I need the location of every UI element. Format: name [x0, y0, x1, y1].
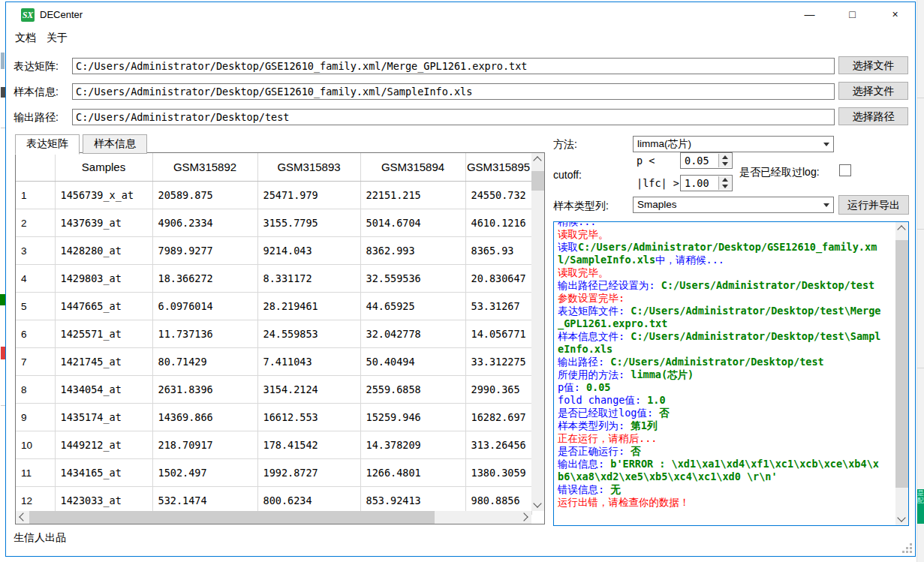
column-header[interactable]: GSM315892 [152, 153, 257, 182]
scroll-up-button[interactable] [895, 222, 908, 235]
table-cell[interactable]: 853.92413 [360, 487, 465, 515]
minimize-button[interactable]: — [793, 2, 826, 26]
table-cell[interactable]: 3155.7795 [257, 209, 360, 237]
table-row[interactable]: 11456739_x_at20589.87525471.97922151.215… [16, 182, 531, 209]
table-cell[interactable]: 9214.043 [257, 237, 360, 265]
row-number-cell[interactable]: 6 [16, 320, 55, 348]
table-cell[interactable]: 313.26456 [465, 431, 531, 459]
table-cell[interactable]: 1425571_at [55, 320, 152, 348]
table-row[interactable]: 41429803_at18.3662728.33117232.55953620.… [16, 265, 531, 293]
spin-down-icon[interactable] [722, 162, 728, 166]
table-row[interactable]: 91435174_at14369.86616612.55315259.94616… [16, 404, 531, 431]
table-cell[interactable]: 14369.866 [152, 404, 257, 431]
table-cell[interactable]: 22151.215 [360, 182, 465, 209]
select-file-button-1[interactable]: 选择文件 [838, 56, 908, 74]
column-header[interactable]: GSM315895 [465, 153, 531, 182]
table-cell[interactable]: 16282.697 [465, 404, 531, 431]
row-number-cell[interactable]: 12 [16, 487, 55, 515]
spinner-buttons[interactable] [718, 154, 731, 167]
table-horizontal-scrollbar[interactable] [16, 511, 531, 524]
table-cell[interactable]: 7989.9277 [152, 237, 257, 265]
row-number-cell[interactable]: 5 [16, 293, 55, 320]
row-number-cell[interactable]: 9 [16, 404, 55, 431]
table-cell[interactable]: 1434165_at [55, 459, 152, 487]
table-cell[interactable]: 14.378209 [360, 431, 465, 459]
table-cell[interactable]: 1434054_at [55, 376, 152, 404]
table-row[interactable]: 81434054_at2631.83963154.21242559.685829… [16, 376, 531, 404]
table-cell[interactable]: 800.6234 [257, 487, 360, 515]
table-cell[interactable]: 25471.979 [257, 182, 360, 209]
tab-expression-matrix[interactable]: 表达矩阵 [15, 134, 80, 155]
spin-up-icon[interactable] [722, 178, 728, 182]
lfc-value-spinner[interactable]: 1.00 [680, 175, 733, 191]
table-cell[interactable]: 4906.2334 [152, 209, 257, 237]
table-cell[interactable]: 1447665_at [55, 293, 152, 320]
table-cell[interactable]: 11.737136 [152, 320, 257, 348]
sample-info-path-input[interactable]: C:/Users/Administrator/Desktop/GSE12610_… [72, 83, 835, 100]
table-cell[interactable]: 44.65925 [360, 293, 465, 320]
table-cell[interactable]: 32.559536 [360, 265, 465, 293]
table-cell[interactable]: 8.331172 [257, 265, 360, 293]
scrollbar-thumb[interactable] [895, 240, 908, 488]
column-header[interactable] [16, 153, 55, 182]
table-cell[interactable]: 14.056771 [465, 320, 531, 348]
table-vertical-scrollbar[interactable] [531, 153, 544, 511]
table-cell[interactable]: 80.71429 [152, 348, 257, 376]
table-cell[interactable]: 1456739_x_at [55, 182, 152, 209]
table-cell[interactable]: 1429803_at [55, 265, 152, 293]
table-cell[interactable]: 2631.8396 [152, 376, 257, 404]
table-cell[interactable]: 1423033_at [55, 487, 152, 515]
table-cell[interactable]: 24.559853 [257, 320, 360, 348]
select-path-button[interactable]: 选择路径 [838, 107, 908, 125]
table-cell[interactable]: 1437639_at [55, 209, 152, 237]
output-path-input[interactable]: C:/Users/Administrator/Desktop/test [72, 109, 835, 125]
table-cell[interactable]: 6.0976014 [152, 293, 257, 320]
sample-type-column-combobox[interactable]: Smaples [633, 197, 834, 213]
row-number-cell[interactable]: 11 [16, 459, 55, 487]
spin-down-icon[interactable] [722, 185, 728, 188]
table-cell[interactable]: 218.70917 [152, 431, 257, 459]
row-number-cell[interactable]: 7 [16, 348, 55, 376]
row-number-cell[interactable]: 1 [16, 182, 55, 209]
run-and-export-button[interactable]: 运行并导出 [838, 195, 909, 215]
column-header[interactable]: GSM315894 [360, 153, 465, 182]
table-cell[interactable]: 1502.497 [152, 459, 257, 487]
table-row[interactable]: 121423033_at532.1474800.6234853.92413980… [16, 487, 531, 515]
table-cell[interactable]: 16612.553 [257, 404, 360, 431]
table-cell[interactable]: 3154.2124 [257, 376, 360, 404]
table-cell[interactable]: 7.411043 [257, 348, 360, 376]
row-number-cell[interactable]: 3 [16, 237, 55, 265]
table-cell[interactable]: 1449212_at [55, 431, 152, 459]
spinner-buttons[interactable] [718, 176, 731, 190]
table-cell[interactable]: 33.312275 [465, 348, 531, 376]
table-cell[interactable]: 24550.732 [465, 182, 531, 209]
scroll-up-button[interactable] [531, 153, 544, 166]
row-number-cell[interactable]: 10 [16, 431, 55, 459]
table-cell[interactable]: 18.366272 [152, 265, 257, 293]
column-header[interactable]: Samples [55, 153, 152, 182]
column-header[interactable]: GSM315893 [257, 153, 360, 182]
log-taken-checkbox[interactable] [839, 164, 851, 176]
table-cell[interactable]: 15259.946 [360, 404, 465, 431]
table-cell[interactable]: 20.830647 [465, 265, 531, 293]
table-cell[interactable]: 980.8856 [465, 487, 531, 515]
scroll-right-button[interactable] [519, 511, 531, 524]
table-cell[interactable]: 1421745_at [55, 348, 152, 376]
table-row[interactable]: 71421745_at80.714297.41104350.4049433.31… [16, 348, 531, 376]
row-number-cell[interactable]: 8 [16, 376, 55, 404]
table-row[interactable]: 101449212_at218.70917178.4154214.3782093… [16, 431, 531, 459]
table-cell[interactable]: 53.31267 [465, 293, 531, 320]
log-vertical-scrollbar[interactable] [895, 222, 908, 525]
table-row[interactable]: 111434165_at1502.4971992.87271266.480113… [16, 459, 531, 487]
table-cell[interactable]: 8362.993 [360, 237, 465, 265]
spin-up-icon[interactable] [722, 155, 728, 159]
table-cell[interactable]: 50.40494 [360, 348, 465, 376]
table-cell[interactable]: 2559.6858 [360, 376, 465, 404]
scroll-left-button[interactable] [16, 511, 29, 524]
maximize-button[interactable]: □ [835, 2, 869, 26]
row-number-cell[interactable]: 4 [16, 265, 55, 293]
log-output-panel[interactable]: 稍候...读取完毕。读取C:/Users/Administrator/Deskt… [553, 221, 909, 526]
scroll-down-button[interactable] [895, 512, 908, 525]
row-number-cell[interactable]: 2 [16, 209, 55, 237]
table-cell[interactable]: 1266.4801 [360, 459, 465, 487]
